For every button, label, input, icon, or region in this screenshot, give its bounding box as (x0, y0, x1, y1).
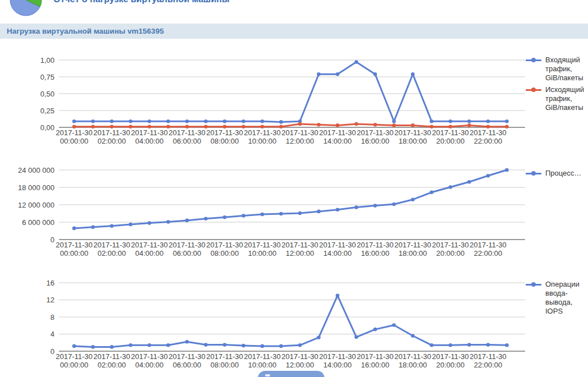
data-point[interactable] (317, 123, 321, 127)
data-point[interactable] (241, 344, 245, 348)
data-point[interactable] (336, 72, 340, 76)
data-point[interactable] (505, 168, 509, 172)
data-point[interactable] (261, 344, 265, 348)
data-point[interactable] (354, 205, 358, 209)
data-point[interactable] (467, 123, 471, 127)
data-point[interactable] (129, 223, 133, 227)
data-point[interactable] (166, 343, 170, 347)
data-point[interactable] (298, 122, 302, 126)
data-point[interactable] (110, 125, 114, 129)
data-point[interactable] (72, 344, 76, 348)
data-point[interactable] (241, 214, 245, 218)
data-point[interactable] (204, 217, 208, 221)
data-point[interactable] (392, 119, 396, 123)
data-point[interactable] (223, 119, 227, 123)
data-point[interactable] (486, 174, 490, 178)
data-point[interactable] (505, 343, 509, 347)
data-point[interactable] (148, 119, 152, 123)
data-point[interactable] (91, 226, 95, 229)
data-point[interactable] (166, 220, 170, 224)
data-point[interactable] (430, 125, 434, 129)
data-point[interactable] (298, 212, 302, 215)
data-point[interactable] (392, 323, 396, 327)
data-point[interactable] (129, 125, 133, 129)
legend-entry[interactable]: Операции ввода-вывода, IOPS (526, 280, 587, 316)
data-point[interactable] (241, 119, 245, 123)
data-point[interactable] (148, 343, 152, 347)
data-point[interactable] (72, 119, 76, 123)
data-point[interactable] (223, 125, 227, 129)
bottom-action-button[interactable] (258, 371, 325, 377)
data-point[interactable] (354, 122, 358, 126)
legend-entry[interactable]: Исходящий трафик, GiB/пакеты (526, 85, 587, 112)
data-point[interactable] (467, 180, 471, 184)
data-point[interactable] (298, 343, 302, 347)
data-point[interactable] (166, 119, 170, 123)
data-point[interactable] (430, 119, 434, 123)
data-point[interactable] (279, 212, 283, 216)
data-point[interactable] (241, 125, 245, 129)
data-point[interactable] (148, 125, 152, 129)
data-point[interactable] (317, 72, 321, 76)
data-point[interactable] (430, 191, 434, 195)
data-point[interactable] (129, 119, 133, 123)
data-point[interactable] (72, 125, 76, 129)
data-point[interactable] (279, 125, 283, 129)
data-point[interactable] (261, 213, 265, 217)
data-point[interactable] (467, 343, 471, 347)
data-point[interactable] (129, 343, 133, 347)
data-point[interactable] (148, 221, 152, 225)
data-point[interactable] (449, 119, 453, 123)
data-point[interactable] (430, 343, 434, 347)
data-point[interactable] (411, 72, 415, 76)
data-point[interactable] (185, 119, 189, 123)
data-point[interactable] (467, 119, 471, 123)
data-point[interactable] (204, 343, 208, 347)
data-point[interactable] (72, 227, 76, 231)
data-point[interactable] (91, 125, 95, 129)
data-point[interactable] (336, 208, 340, 212)
data-point[interactable] (185, 340, 189, 344)
data-point[interactable] (110, 119, 114, 123)
legend-entry[interactable]: Входящий трафик, GiB/пакеты (526, 56, 587, 82)
data-point[interactable] (317, 210, 321, 214)
data-point[interactable] (223, 343, 227, 347)
data-point[interactable] (204, 125, 208, 129)
data-point[interactable] (449, 185, 453, 189)
data-point[interactable] (373, 72, 377, 76)
data-point[interactable] (411, 197, 415, 201)
data-point[interactable] (373, 328, 377, 332)
data-point[interactable] (449, 343, 453, 347)
data-point[interactable] (185, 125, 189, 129)
data-point[interactable] (486, 125, 490, 129)
data-point[interactable] (261, 125, 265, 129)
data-point[interactable] (317, 335, 321, 339)
data-point[interactable] (373, 123, 377, 127)
data-point[interactable] (505, 125, 509, 129)
data-point[interactable] (373, 204, 377, 208)
data-point[interactable] (486, 119, 490, 123)
data-point[interactable] (223, 215, 227, 219)
data-point[interactable] (91, 345, 95, 349)
data-point[interactable] (110, 345, 114, 349)
data-point[interactable] (204, 119, 208, 123)
data-point[interactable] (185, 219, 189, 223)
data-point[interactable] (91, 119, 95, 123)
data-point[interactable] (486, 343, 490, 347)
data-point[interactable] (411, 334, 415, 338)
data-point[interactable] (392, 203, 396, 206)
legend-entry[interactable]: Процесс… (526, 169, 587, 178)
data-point[interactable] (449, 125, 453, 129)
data-point[interactable] (279, 344, 283, 348)
data-point[interactable] (166, 125, 170, 129)
data-point[interactable] (279, 120, 283, 124)
data-point[interactable] (392, 123, 396, 127)
data-point[interactable] (336, 123, 340, 127)
data-point[interactable] (110, 224, 114, 228)
data-point[interactable] (411, 123, 415, 127)
data-point[interactable] (354, 60, 358, 64)
data-point[interactable] (354, 335, 358, 339)
data-point[interactable] (505, 119, 509, 123)
data-point[interactable] (261, 119, 265, 123)
data-point[interactable] (336, 294, 340, 298)
